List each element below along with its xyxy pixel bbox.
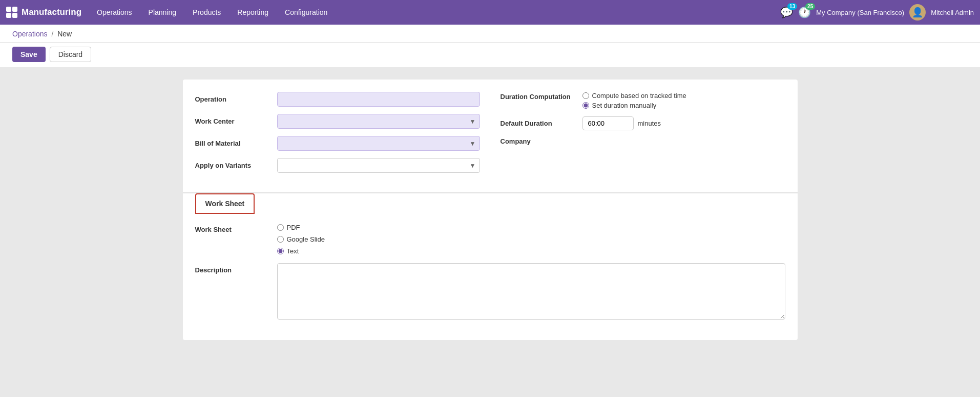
form-main: Operation Work Center ▼ Bill of Material [195, 92, 785, 180]
breadcrumb-current: New [57, 30, 72, 38]
duration-options: Compute based on tracked time Set durati… [582, 92, 686, 109]
apply-on-variants-select[interactable] [277, 158, 480, 173]
discard-button[interactable]: Discard [50, 47, 91, 62]
form-right: Duration Computation Compute based on tr… [501, 92, 785, 180]
duration-computation-row: Duration Computation Compute based on tr… [501, 92, 785, 109]
bill-of-material-label: Bill of Material [195, 140, 277, 147]
nav-configuration[interactable]: Configuration [278, 5, 335, 19]
chat-badge[interactable]: 💬 13 [780, 6, 793, 18]
clock-badge[interactable]: 🕐 25 [798, 6, 811, 18]
worksheet-pdf-text: PDF [287, 224, 300, 231]
company-name[interactable]: My Company (San Francisco) [816, 9, 904, 16]
duration-input-group: minutes [582, 116, 661, 130]
description-label: Description [195, 263, 277, 274]
breadcrumb-separator: / [51, 30, 53, 38]
nav-reporting[interactable]: Reporting [230, 5, 276, 19]
duration-computation-label: Duration Computation [501, 92, 582, 101]
nav-operations[interactable]: Operations [90, 5, 139, 19]
work-center-row: Work Center ▼ [195, 114, 480, 129]
apply-on-variants-row: Apply on Variants ▼ [195, 158, 480, 173]
radio-compute-text: Compute based on tracked time [592, 92, 686, 100]
radio-compute-label[interactable]: Compute based on tracked time [582, 92, 686, 100]
work-center-select-wrapper: ▼ [277, 114, 480, 129]
nav-products[interactable]: Products [185, 5, 228, 19]
work-center-label: Work Center [195, 117, 277, 125]
apply-on-variants-select-wrapper: ▼ [277, 158, 480, 173]
username[interactable]: Mitchell Admin [931, 9, 974, 16]
bill-of-material-select[interactable] [277, 136, 480, 151]
app-name: Manufacturing [22, 7, 81, 17]
tabs-area: Work Sheet [183, 193, 798, 213]
radio-manual-label[interactable]: Set duration manually [582, 102, 686, 109]
company-label: Company [501, 137, 582, 145]
bill-of-material-select-wrapper: ▼ [277, 136, 480, 151]
worksheet-pdf-label[interactable]: PDF [277, 224, 325, 231]
default-duration-label: Default Duration [501, 120, 582, 127]
top-right-controls: 💬 13 🕐 25 My Company (San Francisco) 👤 M… [780, 4, 974, 21]
duration-unit: minutes [638, 120, 661, 127]
avatar-icon: 👤 [912, 7, 923, 18]
worksheet-google-slide-label[interactable]: Google Slide [277, 235, 325, 243]
company-row: Company [501, 137, 785, 145]
worksheet-label: Work Sheet [195, 224, 277, 233]
action-bar: Save Discard [0, 43, 980, 67]
description-textarea[interactable] [277, 263, 785, 320]
app-logo[interactable]: Manufacturing [6, 7, 81, 18]
form-card: Operation Work Center ▼ Bill of Material [183, 80, 798, 340]
description-row: Description [195, 263, 785, 320]
breadcrumb: Operations / New [12, 30, 968, 38]
worksheet-text-input[interactable] [277, 248, 284, 254]
worksheet-pdf-input[interactable] [277, 224, 284, 231]
worksheet-text-text: Text [287, 247, 299, 255]
main-menu: Operations Planning Products Reporting C… [90, 5, 780, 19]
tab-content: Work Sheet PDF Google Slide Text [195, 213, 785, 320]
radio-manual-input[interactable] [582, 102, 589, 109]
apply-on-variants-label: Apply on Variants [195, 162, 277, 169]
work-center-select[interactable] [277, 114, 480, 129]
radio-compute-input[interactable] [582, 92, 589, 99]
worksheet-text-label[interactable]: Text [277, 247, 325, 255]
operation-row: Operation [195, 92, 480, 107]
tabs: Work Sheet [195, 193, 785, 213]
operation-label: Operation [195, 95, 277, 103]
breadcrumb-parent[interactable]: Operations [12, 30, 47, 38]
chat-count: 13 [787, 3, 797, 10]
tab-worksheet[interactable]: Work Sheet [195, 193, 255, 214]
clock-count: 25 [805, 3, 815, 10]
radio-manual-text: Set duration manually [592, 102, 657, 109]
save-button[interactable]: Save [12, 47, 46, 62]
top-navigation: Manufacturing Operations Planning Produc… [0, 0, 980, 25]
worksheet-google-slide-text: Google Slide [287, 235, 325, 243]
operation-input[interactable] [277, 92, 480, 107]
default-duration-input[interactable] [582, 116, 634, 130]
worksheet-options: PDF Google Slide Text [277, 224, 325, 255]
avatar[interactable]: 👤 [909, 4, 926, 21]
form-left: Operation Work Center ▼ Bill of Material [195, 92, 480, 180]
bill-of-material-row: Bill of Material ▼ [195, 136, 480, 151]
apps-icon [6, 7, 17, 18]
page-background: Operation Work Center ▼ Bill of Material [0, 67, 980, 397]
breadcrumb-area: Operations / New [0, 25, 980, 43]
default-duration-row: Default Duration minutes [501, 116, 785, 130]
nav-planning[interactable]: Planning [141, 5, 184, 19]
worksheet-row: Work Sheet PDF Google Slide Text [195, 224, 785, 255]
worksheet-google-slide-input[interactable] [277, 236, 284, 243]
